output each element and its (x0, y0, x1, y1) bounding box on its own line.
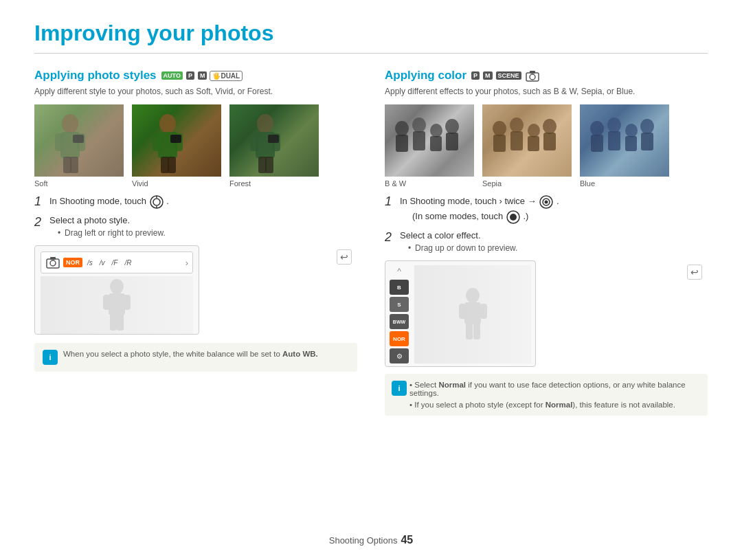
svg-point-26 (50, 260, 56, 266)
photo-bw-img (385, 104, 474, 177)
selector-back-btn[interactable]: ↩ (337, 249, 352, 265)
f-item: /F (110, 258, 120, 267)
photo-vivid-img (132, 104, 221, 177)
camera-scene-icon (526, 69, 539, 82)
footer-text: Shooting Options (329, 535, 398, 546)
svg-rect-50 (528, 136, 539, 151)
color-s-item: S (390, 297, 409, 312)
svg-point-39 (412, 117, 426, 133)
step2-sub-list: Drag left or right to preview. (49, 228, 166, 238)
note-icon-left: i (43, 350, 58, 365)
photo-forest-img (229, 104, 319, 177)
note-bold-content: Auto WB. (282, 350, 318, 358)
page-container: Improving your photos Applying photo sty… (0, 0, 742, 560)
vivid-person-svg (132, 104, 221, 177)
note-text-left: When you select a photo style, the white… (63, 350, 318, 358)
svg-rect-20 (268, 135, 279, 143)
right-step-1-num: 1 (385, 194, 396, 210)
step1-text-content: In Shooting mode, touch (49, 196, 146, 206)
color-selector-back-btn[interactable]: ↩ (687, 265, 702, 280)
photo-sepia: Sepia (482, 104, 572, 188)
bw-crowd-svg (385, 104, 474, 177)
color-photos-row: B & W (385, 104, 708, 188)
svg-rect-29 (109, 293, 125, 315)
bw-label: B & W (385, 179, 406, 188)
svg-rect-40 (413, 131, 425, 150)
svg-point-14 (257, 114, 273, 133)
svg-rect-44 (446, 133, 458, 150)
svg-rect-36 (530, 71, 535, 74)
svg-point-57 (625, 124, 638, 137)
svg-rect-6 (73, 135, 84, 143)
forest-label: Forest (229, 179, 251, 188)
color-effect-icon (539, 194, 554, 210)
note-text-content: When you select a photo style, the white… (63, 350, 280, 358)
svg-point-0 (62, 114, 78, 133)
svg-point-7 (159, 114, 176, 133)
svg-point-55 (607, 117, 621, 133)
color-effect-selector: ^ B S BWW NOR ⚙ (385, 260, 536, 367)
color-silhouette-svg (454, 287, 492, 342)
svg-rect-30 (103, 295, 110, 310)
color-sidebar: ^ B S BWW NOR ⚙ (390, 265, 410, 363)
svg-point-53 (590, 121, 604, 136)
vivid-label: Vivid (132, 179, 148, 188)
soft-person-svg (34, 104, 124, 177)
blue-label: Blue (580, 179, 595, 188)
photo-forest: Forest (229, 104, 319, 188)
svg-rect-19 (265, 157, 273, 173)
photo-vivid-box (132, 104, 221, 177)
right-section-desc: Apply different effects to your photos, … (385, 87, 708, 96)
svg-rect-58 (625, 136, 637, 151)
right-column: Applying color P M SCENE Apply different… (385, 69, 708, 416)
left-title-text: Applying photo styles (34, 69, 157, 82)
two-column-layout: Applying photo styles AUTO P M 🖐DUAL App… (34, 69, 708, 416)
svg-rect-56 (608, 131, 620, 150)
svg-rect-67 (464, 302, 481, 324)
footer-page: 45 (401, 534, 413, 546)
step-2-content: Select a photo style. Drag left or right… (49, 215, 166, 240)
svg-rect-16 (250, 133, 258, 151)
photo-forest-box (229, 104, 319, 177)
right-step-1: 1 In Shooting mode, touch › twice → . (I… (385, 194, 708, 225)
svg-rect-54 (591, 135, 603, 152)
svg-rect-69 (480, 304, 487, 319)
svg-rect-71 (473, 323, 480, 339)
sepia-label: Sepia (482, 179, 502, 188)
scene-badge: SCENE (496, 71, 521, 80)
svg-point-59 (640, 119, 654, 134)
r-item: /R (122, 258, 133, 267)
svg-rect-38 (396, 135, 408, 152)
svg-rect-3 (77, 133, 85, 151)
note-right-item-1: • Select Normal if you want to use face … (409, 381, 699, 397)
svg-point-45 (493, 121, 506, 136)
svg-rect-68 (459, 304, 466, 319)
photo-sepia-box (482, 104, 572, 177)
soft-label: Soft (34, 179, 48, 188)
svg-rect-4 (63, 157, 71, 173)
step-2-num: 2 (34, 215, 45, 230)
color-bww-item: BWW (390, 314, 409, 329)
sepia-crowd-svg (482, 104, 572, 177)
svg-point-47 (510, 117, 524, 133)
svg-rect-33 (117, 314, 124, 331)
note-right-item-2: • If you select a photo style (except fo… (409, 401, 675, 409)
right-step-2-content: Select a color effect. Drag up or down t… (400, 230, 517, 255)
svg-rect-12 (168, 157, 176, 173)
mode-badges-left: AUTO P M 🖐DUAL (161, 71, 243, 81)
photo-blue: Blue (580, 104, 669, 188)
svg-rect-13 (170, 135, 181, 143)
svg-point-43 (445, 119, 459, 134)
left-step-2: 2 Select a photo style. Drag left or rig… (34, 215, 357, 240)
s-item: /s (85, 258, 95, 267)
svg-rect-70 (466, 323, 473, 339)
color-b-item: B (390, 280, 409, 295)
left-note-box: i When you select a photo style, the whi… (34, 343, 357, 372)
svg-rect-5 (70, 157, 78, 173)
left-section-title: Applying photo styles AUTO P M 🖐DUAL (34, 69, 357, 82)
right-step-1-text: In Shooting mode, touch › twice → . (In … (400, 194, 559, 225)
selector-arrow: › (186, 258, 188, 268)
right-note-box: i • Select Normal if you want to use fac… (385, 374, 708, 416)
photo-blue-box (580, 104, 669, 177)
dual-badge: 🖐DUAL (210, 71, 243, 81)
